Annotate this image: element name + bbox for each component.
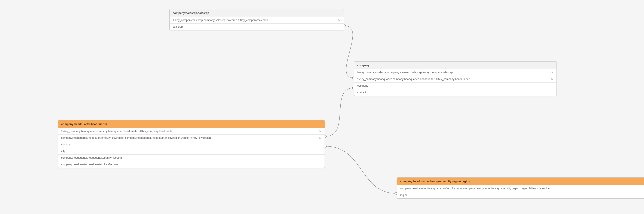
table-row[interactable]: contact [354, 89, 556, 96]
table-region[interactable]: company:headquarter.headquarter.city:reg… [397, 177, 644, 198]
field-label: company:headquarter..headquarter.%Key_ci… [400, 187, 644, 190]
table-headquarter-header[interactable]: company:headquarter.headquarter [58, 120, 324, 128]
field-label: %Key_company:salesrep-company:salesrep..… [173, 19, 338, 22]
field-label: company [357, 84, 554, 87]
key-icon [550, 78, 554, 81]
table-row[interactable]: company [354, 82, 556, 89]
table-region-title: company:headquarter.headquarter.city:reg… [400, 180, 470, 183]
table-row[interactable]: %Key_company:salesrep-company:salesrep..… [354, 69, 556, 76]
key-icon [318, 136, 322, 139]
table-headquarter-title: company:headquarter.headquarter [61, 123, 107, 126]
field-label: company:headquarter.headquarter.country_… [61, 156, 322, 159]
key-icon [338, 19, 340, 22]
table-row[interactable]: company:headquarter..headquarter.%Key_ci… [58, 135, 324, 141]
table-row[interactable]: company:headquarter..headquarter.%Key_ci… [397, 185, 644, 192]
table-company-header[interactable]: company [354, 62, 556, 69]
field-label: company:headquarter.headquarter.city_Geo… [61, 163, 322, 166]
field-label: %Key_company:salesrep-company:salesrep..… [357, 71, 550, 74]
field-label: salesrep [173, 25, 340, 28]
field-label: city [61, 150, 322, 153]
key-icon [550, 71, 554, 74]
table-salesrep-title: company:salesrep.salesrep [173, 11, 209, 15]
table-row[interactable]: %Key_company:headquarter-company:headqua… [354, 76, 556, 82]
table-row[interactable]: company:headquarter.headquarter.city_Geo… [58, 161, 324, 168]
table-row[interactable]: city [58, 148, 324, 155]
field-label: %Key_company:headquarter-company:headqua… [61, 130, 318, 133]
table-row[interactable]: %Key_company:salesrep-company:salesrep..… [170, 17, 344, 24]
table-salesrep[interactable]: company:salesrep.salesrep %Key_company:s… [170, 9, 344, 30]
field-label: country [61, 143, 322, 146]
table-row[interactable]: salesrep [170, 24, 344, 30]
table-company[interactable]: company %Key_company:salesrep-company:sa… [354, 61, 557, 96]
table-row[interactable]: company:headquarter.headquarter.country_… [58, 155, 324, 161]
table-row[interactable]: country [58, 141, 324, 148]
key-icon [318, 130, 322, 133]
field-label: %Key_company:headquarter-company:headqua… [357, 78, 550, 81]
table-salesrep-header[interactable]: company:salesrep.salesrep [170, 9, 344, 17]
field-label: region [400, 194, 644, 197]
field-label: contact [357, 91, 554, 94]
table-row[interactable]: %Key_company:headquarter-company:headqua… [58, 128, 324, 135]
table-headquarter[interactable]: company:headquarter.headquarter %Key_com… [58, 120, 325, 168]
field-label: company:headquarter..headquarter.%Key_ci… [61, 136, 318, 139]
table-row[interactable]: region [397, 192, 644, 198]
table-region-header[interactable]: company:headquarter.headquarter.city:reg… [397, 178, 644, 185]
table-company-title: company [357, 64, 370, 67]
